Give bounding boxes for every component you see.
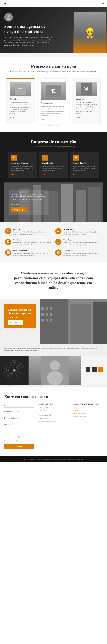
empresa-card-design-mais[interactable]: MAIS [11, 173, 15, 175]
about-box-title: Criamos estruturas vivas que inspiram e … [8, 308, 32, 319]
pesquisa-title: Pesquisa [13, 228, 52, 230]
svg-text:🏛: 🏛 [84, 86, 89, 92]
svg-rect-21 [40, 299, 68, 344]
empresa-card-espacos-mais[interactable]: MAIS [73, 173, 77, 175]
process-title: Processo de construção [4, 64, 103, 69]
service-item-2: Instalações básicas [73, 412, 85, 414]
empresa-card-design-text: Sample text: Click to select the text bo… [11, 165, 34, 172]
empresa-overlay-textbox: Duis autur dolce te representenhed in vo… [9, 190, 49, 215]
service-item-3: Acabamento e Troca [73, 415, 86, 417]
construcao2-title: Construção [13, 239, 52, 241]
process-card-prototipagem-image: 🏗 [41, 82, 66, 100]
about-yellow-box: Criamos estruturas vivas que inspiram e … [4, 304, 36, 328]
process-image-credit: Imagem de: Freepik [4, 124, 103, 126]
process-card-conceito: 🏢 Conceito Etiam sem arcu coalesequi in … [7, 78, 35, 124]
about-building-image [40, 299, 107, 344]
tecnologia-text: Sample text: Click to select the text bo… [63, 242, 102, 246]
process-cards-container: 🏢 Conceito Etiam sem arcu coalesequi in … [4, 78, 103, 124]
contact-section: Entre em contato conosco Eu aceito os Te… [0, 387, 107, 456]
contact-location-title: LOCALIZAÇÃO [39, 414, 68, 416]
svg-point-1 [7, 18, 11, 20]
twitter-icon[interactable]: t [92, 367, 96, 372]
icon-item-desenvolvimento: 📈 Desenvolvimento Sample text: Click to … [5, 250, 52, 257]
tecnologia-title: Tecnologia [63, 239, 102, 241]
contact-services-title: NOSSOS PRINCIPAIS SERVIÇOS [73, 403, 103, 405]
contact-submit-button[interactable]: Enviar [4, 444, 34, 449]
process-card-prototipagem-title: Prototipagem [41, 102, 66, 104]
about-saber-mais-button[interactable]: SABER MAIS [8, 320, 23, 325]
icon-item-pesquisa: 🔍 Pesquisa Sample text: Click to select … [5, 228, 52, 235]
desenvolvimento-title: Desenvolvimento [13, 250, 52, 252]
icons-grid: 🔍 Pesquisa Sample text: Click to select … [5, 228, 102, 256]
empresa-card-design-icon: 🏗 [11, 155, 17, 160]
process-card-construcao-mais[interactable]: MAIS [76, 116, 80, 118]
contact-message-textarea[interactable] [4, 422, 34, 434]
empresa-card-remodelacao-mais[interactable]: MAIS [42, 173, 46, 175]
tecnologia-icon: 💻 [55, 239, 61, 245]
empresa-card-design: 🏗 Construção de design Sample text: Clic… [9, 152, 37, 178]
process-card-construcao-text: Etiam sem arcu coalesequi in dictum nec … [76, 101, 97, 114]
contact-phone-title: LIGAR PARA NÓS [39, 403, 68, 405]
svg-rect-25 [46, 307, 48, 310]
desenvolvimento-icon: 📈 [5, 250, 11, 256]
svg-point-37 [13, 369, 16, 372]
footer-text: copyright copy 2019 powered by Wix Buy W… [24, 458, 83, 460]
svg-text:🏗: 🏗 [51, 88, 56, 94]
about-right-image [40, 299, 107, 344]
empresa-section: Empresa de construção Transforme sua vis… [0, 132, 107, 222]
facebook-icon[interactable]: f [86, 367, 90, 372]
svg-rect-23 [93, 302, 107, 344]
empresa-title: Empresa de construção [4, 139, 103, 144]
hero-description: Você está procurando uma empresa de serv… [4, 36, 56, 46]
social-icons-area: f t G [81, 356, 107, 384]
service-item-0: Serviços Gerais [73, 407, 83, 408]
contact-phone-input[interactable] [4, 416, 34, 420]
svg-rect-14 [88, 187, 101, 222]
empresa-overlay-text: Duis autur dolce te representenhed in vo… [12, 193, 46, 206]
terms-link[interactable]: Terms of Service [12, 440, 21, 442]
suporte-icon: 🕐 [55, 250, 61, 256]
about-desc-text: Duis autur dolce te representenhed in vo… [4, 347, 103, 352]
empresa-card-espacos: 🏙 Espaços da cidade Sample text: Click t… [70, 152, 98, 178]
contact-phone1: 1-234-567-891 [39, 407, 48, 408]
contact-phone-numbers: 1-234-567-891 1-234-987-654 [39, 406, 68, 412]
about-left-column: Criamos estruturas vivas que inspiram e … [0, 299, 40, 344]
contact-form: Eu aceito os Terms of Service Enviar [4, 403, 34, 449]
google-icon[interactable]: G [98, 367, 103, 372]
icon-item-suporte: 🕐 Suporte 24/7 Sample text: Click to sel… [55, 250, 102, 257]
svg-rect-24 [41, 307, 44, 310]
svg-rect-22 [70, 304, 91, 344]
empresa-card-remodelacao-title: Remodelação [42, 162, 65, 164]
arquitetura-icon: 🏛 [55, 228, 61, 234]
contact-info: LIGAR PARA NÓS 1-234-567-891 1-234-987-6… [39, 403, 68, 449]
contact-email-input[interactable] [4, 410, 34, 414]
contact-name-input[interactable] [4, 403, 34, 408]
quote-text: Mantemos a nossa estrutura aberta e ágil… [11, 271, 96, 290]
contact-phone2: 1-234-987-654 [39, 409, 48, 411]
svg-point-39 [50, 360, 60, 370]
terms-text: Eu aceito os [4, 440, 11, 442]
process-card-prototipagem: 🏗 Prototipagem Etiam sem arcu coalesequi… [38, 78, 69, 124]
svg-rect-32 [50, 319, 52, 322]
icon-item-arquitetura: 🏛 Arquitetura Sample text: Click to sele… [55, 228, 102, 235]
empresa-card-espacos-icon: 🏙 [73, 155, 79, 160]
process-card-prototipagem-mais[interactable]: MAIS [41, 118, 46, 120]
terms-checkbox[interactable] [4, 436, 34, 438]
service-item-1: Construção [73, 410, 80, 411]
contact-services: NOSSOS PRINCIPAIS SERVIÇOS Serviços Gera… [73, 403, 103, 449]
svg-rect-13 [76, 190, 86, 222]
contact-services-list: Serviços Gerais Construção Instalações b… [73, 406, 103, 418]
hamburger-icon[interactable]: ≡ [102, 2, 104, 6]
empresa-cta-button[interactable]: CLIQUE AQUI [12, 208, 27, 212]
nav-logo: logo [3, 2, 7, 5]
svg-rect-30 [41, 319, 44, 322]
empresa-card-espacos-text: Sample text: Click to select the text bo… [73, 165, 96, 172]
process-card-conceito-image: 🏢 [10, 82, 31, 96]
empresa-fullwidth-image: Duis autur dolce te representenhed in vo… [4, 182, 103, 222]
suporte-title: Suporte 24/7 [63, 250, 102, 252]
process-card-conceito-mais[interactable]: MAIS [10, 117, 14, 118]
empresa-card-espacos-title: Espaços da cidade [73, 162, 96, 164]
contact-grid: Eu aceito os Terms of Service Enviar LIG… [4, 403, 103, 449]
empresa-card-design-title: Construção de design [11, 162, 34, 164]
desenvolvimento-text: Sample text: Click to select the text bo… [13, 252, 52, 257]
